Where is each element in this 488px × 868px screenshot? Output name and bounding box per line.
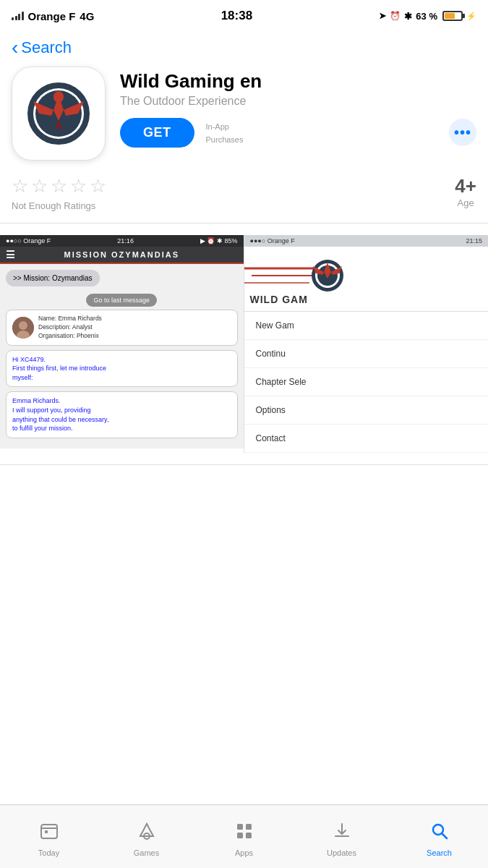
message-bubble-1: Hi XC4479. First things first, let me in… (6, 350, 238, 388)
ratings-label: Not Enough Ratings (12, 200, 109, 211)
mission-title: MISSION OZYMANDIAS (64, 250, 179, 259)
message-bubble-2: Emma Richards. I will support you, provi… (6, 391, 238, 438)
carrier-label: Orange F (28, 10, 76, 22)
screenshots-container: ●●○○ Orange F 21:16 ▶ ⏰ ✱ 85% ☰ MISSION … (0, 224, 488, 465)
star-rating: ☆☆☆☆☆ (12, 175, 109, 197)
tab-apps-label: Apps (235, 848, 253, 857)
svg-rect-28 (246, 833, 252, 838)
screenshot-left: ●●○○ Orange F 21:16 ▶ ⏰ ✱ 85% ☰ MISSION … (0, 235, 244, 453)
get-button[interactable]: GET (120, 118, 194, 148)
menu-item-chapter: Chapter Sele (244, 368, 489, 396)
screenshot-right: ●●●○ Orange F 21:15 WILD GAM New Gam (244, 235, 489, 453)
ratings-left: ☆☆☆☆☆ Not Enough Ratings (12, 175, 109, 211)
chat-content: >> Mission: Ozymandias Go to last messag… (0, 264, 244, 448)
svg-rect-23 (45, 830, 48, 833)
profile-text: Name: Emma Richards Description: Analyst… (38, 315, 102, 341)
mini-time-left: 21:16 (117, 237, 134, 244)
svg-point-10 (19, 321, 27, 330)
app-logo-svg (19, 74, 98, 153)
status-left: Orange F 4G (12, 10, 94, 22)
updates-icon (333, 822, 351, 846)
app-icon (12, 67, 106, 161)
back-arrow-icon: ‹ (12, 38, 18, 58)
svg-rect-21 (41, 825, 57, 838)
svg-rect-25 (237, 824, 243, 830)
tab-bar: Today Games Apps (0, 804, 488, 868)
age-rating: 4+ (455, 175, 476, 197)
menu-item-contact: Contact (244, 425, 489, 453)
battery-icon (442, 11, 463, 21)
back-label: Search (21, 38, 72, 57)
location-icon: ➤ (379, 11, 386, 21)
alarm-icon: ⏰ (390, 11, 401, 21)
today-icon (40, 822, 59, 846)
menu-item-options: Options (244, 396, 489, 425)
mini-right-left: ▶ ⏰ ✱ 85% (200, 237, 238, 244)
app-info: Wild Gaming en The Outdoor Experience GE… (120, 67, 476, 148)
tab-games-label: Games (134, 848, 159, 857)
bluetooth-icon: ✱ (404, 11, 412, 22)
status-time: 18:38 (221, 9, 252, 23)
app-subtitle: The Outdoor Experience (120, 95, 476, 108)
tab-today[interactable]: Today (0, 805, 98, 868)
more-dots-icon: ••• (454, 124, 471, 141)
mini-time-right: 21:15 (466, 237, 482, 244)
app-name: Wild Gaming en (120, 71, 476, 92)
tab-search[interactable]: Search (390, 805, 488, 868)
svg-rect-26 (246, 824, 252, 830)
menu-item-continue: Continu (244, 340, 489, 368)
mini-carrier-left: ●●○○ Orange F (6, 237, 51, 244)
tab-search-label: Search (427, 848, 452, 857)
right-logo-area: WILD GAM (244, 247, 489, 312)
tab-updates-label: Updates (327, 848, 356, 857)
age-block: 4+ Age (455, 175, 476, 208)
tab-games[interactable]: Games (98, 805, 195, 868)
right-menu-list: New Gam Continu Chapter Sele Options Con… (244, 312, 489, 453)
svg-rect-27 (237, 833, 243, 838)
mini-title-bar: ☰ MISSION OZYMANDIAS (0, 247, 244, 264)
tab-updates[interactable]: Updates (293, 805, 390, 868)
app-actions: GET In-App Purchases ••• (120, 118, 476, 148)
status-bar: Orange F 4G 18:38 ➤ ⏰ ✱ 63 % ⚡ (0, 0, 488, 32)
avatar (12, 317, 34, 339)
back-navigation[interactable]: ‹ Search (0, 32, 488, 67)
tab-today-label: Today (38, 848, 59, 857)
games-icon (137, 822, 156, 846)
goto-message: Go to last message (86, 294, 157, 307)
hamburger-icon: ☰ (6, 249, 17, 260)
charging-icon: ⚡ (466, 12, 476, 21)
network-label: 4G (80, 10, 94, 22)
mini-carrier-right: ●●●○ Orange F (250, 237, 295, 244)
wild-gam-logo-text: WILD GAM (250, 294, 308, 305)
profile-bubble: Name: Emma Richards Description: Analyst… (6, 310, 238, 346)
mini-status-right: ●●●○ Orange F 21:15 (244, 235, 489, 247)
search-icon (430, 822, 449, 846)
more-button[interactable]: ••• (449, 119, 476, 146)
age-label: Age (455, 197, 476, 208)
menu-item-new-game: New Gam (244, 312, 489, 340)
svg-point-7 (53, 91, 64, 103)
app-header: Wild Gaming en The Outdoor Experience GE… (0, 67, 488, 175)
svg-line-30 (442, 834, 447, 839)
in-app-label: In-App Purchases (206, 119, 244, 145)
mission-bubble: >> Mission: Ozymandias (6, 270, 100, 286)
tab-apps[interactable]: Apps (195, 805, 293, 868)
mini-status-left: ●●○○ Orange F 21:16 ▶ ⏰ ✱ 85% (0, 235, 244, 247)
status-right: ➤ ⏰ ✱ 63 % ⚡ (379, 11, 476, 22)
ratings-row: ☆☆☆☆☆ Not Enough Ratings 4+ Age (0, 175, 488, 224)
battery-percent: 63 % (416, 11, 437, 22)
signal-icon (12, 12, 24, 20)
apps-icon (235, 822, 254, 846)
